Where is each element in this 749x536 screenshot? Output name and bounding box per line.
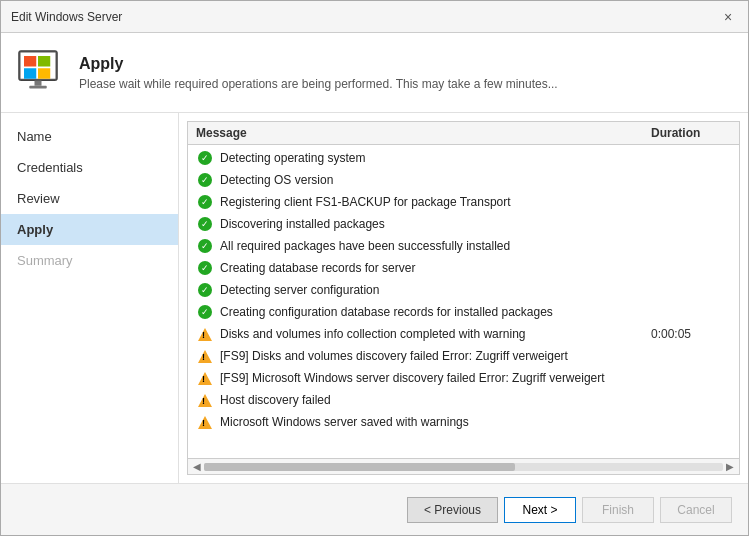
success-icon: ✓ — [196, 171, 214, 189]
warning-icon: ! — [196, 369, 214, 387]
main-content: Message Duration ✓Detecting operating sy… — [179, 113, 748, 483]
table-row: ✓Creating configuration database records… — [188, 301, 739, 323]
dialog-title: Edit Windows Server — [11, 10, 122, 24]
sidebar-item-name[interactable]: Name — [1, 121, 178, 152]
finish-button[interactable]: Finish — [582, 497, 654, 523]
header-area: Apply Please wait while required operati… — [1, 33, 748, 113]
table-header: Message Duration — [188, 122, 739, 145]
svg-rect-2 — [24, 56, 36, 67]
sidebar-item-credentials[interactable]: Credentials — [1, 152, 178, 183]
row-message: Microsoft Windows server saved with warn… — [220, 415, 651, 429]
success-icon: ✓ — [196, 149, 214, 167]
warning-icon: ! — [196, 391, 214, 409]
success-icon: ✓ — [196, 215, 214, 233]
svg-rect-6 — [35, 80, 42, 85]
row-message: Creating database records for server — [220, 261, 651, 275]
success-icon: ✓ — [196, 237, 214, 255]
row-message: Detecting OS version — [220, 173, 651, 187]
footer: < Previous Next > Finish Cancel — [1, 483, 748, 535]
sidebar-item-apply[interactable]: Apply — [1, 214, 178, 245]
previous-button[interactable]: < Previous — [407, 497, 498, 523]
close-button[interactable]: × — [718, 7, 738, 27]
row-message: Host discovery failed — [220, 393, 651, 407]
scroll-track — [204, 463, 723, 471]
dialog: Edit Windows Server × Apply Please wait — [0, 0, 749, 536]
success-icon: ✓ — [196, 259, 214, 277]
title-bar: Edit Windows Server × — [1, 1, 748, 33]
table-row: ✓Registering client FS1-BACKUP for packa… — [188, 191, 739, 213]
windows-server-icon — [17, 49, 65, 97]
header-title: Apply — [79, 55, 558, 73]
next-button[interactable]: Next > — [504, 497, 576, 523]
log-table: Message Duration ✓Detecting operating sy… — [187, 121, 740, 475]
row-message: [FS9] Disks and volumes discovery failed… — [220, 349, 651, 363]
warning-icon: ! — [196, 413, 214, 431]
sidebar-item-review[interactable]: Review — [1, 183, 178, 214]
table-row: ✓Creating database records for server — [188, 257, 739, 279]
header-text: Apply Please wait while required operati… — [79, 55, 558, 91]
row-message: Discovering installed packages — [220, 217, 651, 231]
table-row: ✓Detecting OS version — [188, 169, 739, 191]
table-row: ✓Detecting operating system — [188, 147, 739, 169]
col-message-header: Message — [196, 126, 651, 140]
table-row: !Host discovery failed — [188, 389, 739, 411]
warning-icon: ! — [196, 347, 214, 365]
sidebar-item-summary: Summary — [1, 245, 178, 276]
sidebar: NameCredentialsReviewApplySummary — [1, 113, 179, 483]
svg-rect-7 — [29, 85, 47, 88]
content-area: NameCredentialsReviewApplySummary Messag… — [1, 113, 748, 483]
table-body[interactable]: ✓Detecting operating system✓Detecting OS… — [188, 145, 739, 458]
scroll-left-arrow[interactable]: ◀ — [190, 461, 204, 472]
row-message: Disks and volumes info collection comple… — [220, 327, 651, 341]
table-row: ![FS9] Disks and volumes discovery faile… — [188, 345, 739, 367]
row-message: Detecting server configuration — [220, 283, 651, 297]
scroll-thumb — [204, 463, 515, 471]
svg-rect-5 — [38, 68, 50, 79]
col-duration-header: Duration — [651, 126, 731, 140]
success-icon: ✓ — [196, 193, 214, 211]
table-row: ✓Discovering installed packages — [188, 213, 739, 235]
row-message: [FS9] Microsoft Windows server discovery… — [220, 371, 651, 385]
warning-icon: ! — [196, 325, 214, 343]
scroll-right-arrow[interactable]: ▶ — [723, 461, 737, 472]
row-message: Detecting operating system — [220, 151, 651, 165]
success-icon: ✓ — [196, 303, 214, 321]
success-icon: ✓ — [196, 281, 214, 299]
row-message: Creating configuration database records … — [220, 305, 651, 319]
table-row: ✓All required packages have been success… — [188, 235, 739, 257]
row-message: Registering client FS1-BACKUP for packag… — [220, 195, 651, 209]
horizontal-scrollbar[interactable]: ◀ ▶ — [188, 458, 739, 474]
row-message: All required packages have been successf… — [220, 239, 651, 253]
table-row: !Microsoft Windows server saved with war… — [188, 411, 739, 433]
svg-rect-3 — [38, 56, 50, 67]
row-duration: 0:00:05 — [651, 327, 731, 341]
header-description: Please wait while required operations ar… — [79, 77, 558, 91]
table-row: ![FS9] Microsoft Windows server discover… — [188, 367, 739, 389]
table-row: ✓Detecting server configuration — [188, 279, 739, 301]
cancel-button[interactable]: Cancel — [660, 497, 732, 523]
svg-rect-4 — [24, 68, 36, 79]
table-row: !Disks and volumes info collection compl… — [188, 323, 739, 345]
